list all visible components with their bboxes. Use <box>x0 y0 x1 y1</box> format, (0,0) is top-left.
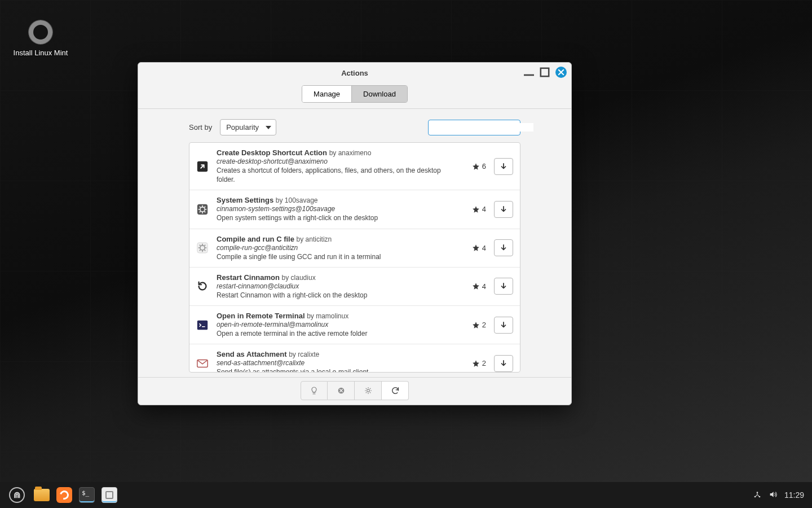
tab-row: Manage Download <box>138 83 571 109</box>
mail-icon <box>196 357 209 370</box>
terminal-icon: $_ <box>79 487 95 503</box>
download-button[interactable] <box>494 239 513 256</box>
taskbar-firefox[interactable] <box>54 485 74 505</box>
network-icon <box>753 490 762 499</box>
shortcut-icon <box>196 160 209 173</box>
refresh-button[interactable] <box>382 381 409 400</box>
star-rating: 2 <box>467 321 486 329</box>
star-icon <box>472 244 480 252</box>
gear-icon <box>364 386 373 395</box>
results-scroll[interactable]: Create Desktop Shortcut Action by anaxim… <box>189 143 520 372</box>
taskbar-actions-window[interactable] <box>99 485 120 505</box>
svg-point-14 <box>757 492 758 493</box>
close-button[interactable] <box>555 67 567 78</box>
cancel-icon <box>337 386 346 395</box>
list-item[interactable]: Open in Remote Terminal by mamolinux ope… <box>189 306 520 344</box>
svg-rect-0 <box>524 75 534 76</box>
taskbar-files[interactable] <box>32 485 52 505</box>
tab-download[interactable]: Download <box>351 86 407 102</box>
download-icon <box>500 244 508 252</box>
desktop-icon-label: Install Linux Mint <box>12 49 69 57</box>
download-button[interactable] <box>494 317 513 334</box>
refresh-icon <box>391 386 400 395</box>
star-rating: 4 <box>467 282 486 291</box>
star-icon <box>472 282 480 290</box>
menu-button[interactable]: ⋒ <box>9 487 25 503</box>
download-button[interactable] <box>494 158 513 175</box>
mint-logo-icon: ⋒ <box>14 490 21 500</box>
more-info-button[interactable] <box>301 381 328 400</box>
star-icon <box>472 321 480 329</box>
download-icon <box>500 282 508 290</box>
lightbulb-icon <box>310 386 319 395</box>
download-icon <box>500 360 508 367</box>
disc-icon <box>29 20 52 44</box>
svg-point-12 <box>754 496 756 497</box>
list-item[interactable]: System Settings by 100savage cinnamon-sy… <box>189 190 520 229</box>
window-title: Actions <box>341 69 368 77</box>
firefox-icon <box>56 487 72 503</box>
gear-icon <box>196 242 209 254</box>
preferences-icon <box>102 487 117 503</box>
star-rating: 4 <box>467 244 486 252</box>
restart-icon <box>196 280 209 292</box>
volume-icon <box>769 490 778 499</box>
volume-indicator[interactable] <box>769 490 778 501</box>
star-rating: 6 <box>467 162 486 170</box>
download-icon <box>500 205 508 213</box>
list-item[interactable]: Compile and run C file by anticitizn com… <box>189 229 520 268</box>
filter-row: Sort by Popularity <box>138 109 571 142</box>
window-controls <box>524 67 567 78</box>
gear-icon <box>196 203 209 216</box>
actions-window: Actions Manage Download Sort by Populari… <box>138 62 572 405</box>
system-tray: 11:29 <box>753 490 807 501</box>
svg-rect-8 <box>197 320 208 330</box>
list-item[interactable]: Create Desktop Shortcut Action by anaxim… <box>189 143 520 190</box>
terminal-icon <box>196 319 209 331</box>
star-icon <box>472 163 480 170</box>
sort-by-label: Sort by <box>189 123 212 132</box>
clock[interactable]: 11:29 <box>784 491 804 500</box>
folder-icon <box>34 489 50 501</box>
titlebar[interactable]: Actions <box>138 63 571 83</box>
taskbar: ⋒ $_ 11:29 <box>0 482 812 508</box>
footer-toolbar <box>138 377 571 405</box>
download-button[interactable] <box>494 355 513 372</box>
network-indicator[interactable] <box>753 490 762 501</box>
star-icon <box>472 360 480 367</box>
minimize-button[interactable] <box>524 67 534 77</box>
desktop-icon-install[interactable]: Install Linux Mint <box>12 20 69 57</box>
download-button[interactable] <box>494 201 513 218</box>
tab-segment: Manage Download <box>302 85 408 103</box>
list-item[interactable]: Restart Cinnamon by claudiux restart-cin… <box>189 268 520 306</box>
download-button[interactable] <box>494 278 513 295</box>
download-icon <box>500 321 508 329</box>
tab-manage[interactable]: Manage <box>302 86 351 102</box>
sort-dropdown[interactable]: Popularity <box>220 119 276 135</box>
star-rating: 4 <box>467 205 486 213</box>
uninstall-button[interactable] <box>328 381 355 400</box>
settings-button[interactable] <box>355 381 382 400</box>
search-field[interactable] <box>428 120 520 135</box>
sort-value: Popularity <box>226 123 259 132</box>
download-icon <box>500 163 508 170</box>
search-input[interactable] <box>439 123 533 132</box>
results-list: Create Desktop Shortcut Action by anaxim… <box>189 142 520 373</box>
list-item[interactable]: Send as Attachment by rcalixte send-as-a… <box>189 344 520 372</box>
chevron-down-icon <box>266 126 271 129</box>
taskbar-terminal[interactable]: $_ <box>77 485 97 505</box>
svg-point-11 <box>367 389 369 392</box>
maximize-button[interactable] <box>540 67 550 77</box>
svg-point-13 <box>759 496 761 497</box>
svg-rect-1 <box>541 68 549 76</box>
star-rating: 2 <box>467 359 486 367</box>
star-icon <box>472 205 480 213</box>
